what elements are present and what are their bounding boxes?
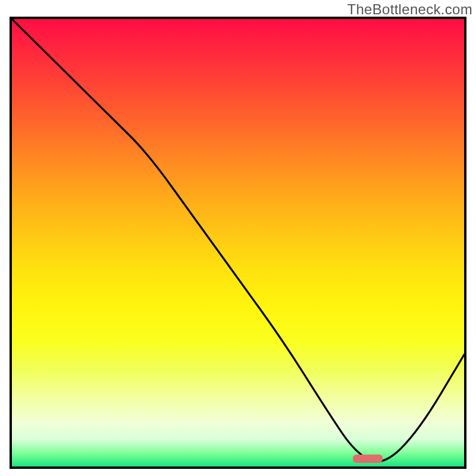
optimal-range-marker [353, 455, 383, 463]
chart-frame [10, 17, 466, 469]
bottleneck-curve [12, 19, 464, 466]
watermark-text: TheBottleneck.com [347, 1, 472, 18]
chart-canvas: TheBottleneck.com [0, 0, 476, 476]
